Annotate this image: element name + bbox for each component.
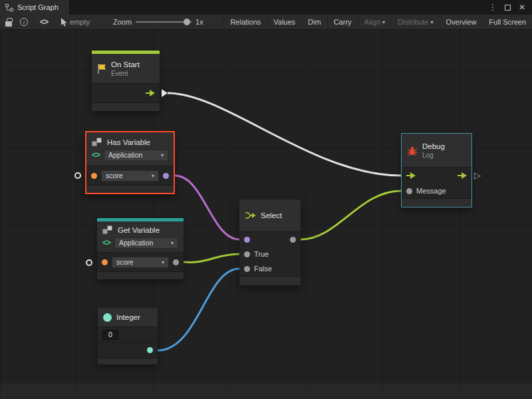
variable-kind-dropdown[interactable]: Application ▾ [114, 237, 178, 249]
node-title: Debug [422, 142, 445, 150]
chevron-down-icon: ▾ [171, 239, 174, 247]
title-bar: Script Graph ⋮ ✕ [0, 0, 532, 15]
chevron-down-icon: ▾ [382, 19, 385, 25]
zoom-slider[interactable] [136, 21, 192, 23]
flag-icon [97, 64, 106, 74]
button-label: Overview [446, 18, 477, 26]
port-label-true: True [254, 250, 269, 258]
chevron-down-icon: ▾ [161, 151, 164, 160]
port-label-false: False [254, 265, 272, 273]
true-input-port[interactable] [244, 251, 250, 257]
window-controls: ⋮ ✕ [489, 0, 532, 15]
toolbar-button-dim[interactable]: Dim [302, 15, 327, 29]
button-label: Values [273, 18, 295, 26]
zoom-control: Zoom 1x [113, 18, 203, 26]
toolbar-button-align[interactable]: Align▾ [358, 15, 391, 29]
selection-output-port[interactable] [290, 237, 296, 243]
tab-script-graph[interactable]: Script Graph [0, 0, 70, 15]
tab-title: Script Graph [17, 3, 59, 11]
cursor-icon [61, 18, 68, 27]
button-label: Distribute [398, 18, 428, 26]
toolbar-buttons: Relations Values Dim Carry Align▾ Distri… [223, 15, 532, 29]
value-output-port[interactable] [173, 259, 179, 265]
node-on-start[interactable]: On Start Event [92, 51, 160, 111]
toolbar-button-values[interactable]: Values [267, 15, 301, 29]
node-subtitle: Event [111, 70, 140, 77]
flow-output-port[interactable] [146, 90, 155, 96]
button-label: Align [364, 18, 380, 26]
zoom-value: 1x [196, 18, 203, 26]
toolbar-button-fullscreen[interactable]: Full Screen [483, 15, 532, 29]
variable-boxes-icon [92, 138, 103, 147]
chevron-down-icon: ▾ [152, 172, 154, 180]
node-subtitle: Log [422, 152, 445, 159]
node-title: Integer [116, 313, 140, 321]
angle-brackets-icon: <> [40, 17, 48, 27]
variable-kind-value: Application [119, 239, 153, 247]
node-title: Select [261, 211, 282, 219]
edit-graph-button[interactable]: <> [34, 15, 54, 29]
integer-value-field[interactable] [102, 330, 118, 340]
node-integer[interactable]: Integer [98, 308, 158, 364]
graph-toolbar: i <> empty Zoom 1x Relations Values Dim … [0, 15, 532, 30]
port-getvariable-name-marker[interactable] [86, 259, 92, 266]
variable-kind-dropdown[interactable]: Application ▾ [104, 150, 168, 161]
button-label: Relations [230, 18, 261, 26]
false-input-port[interactable] [244, 266, 250, 272]
port-onstart-connection-marker[interactable] [162, 89, 168, 97]
variable-name-dropdown[interactable]: score ▾ [101, 170, 159, 182]
button-label: Dim [308, 18, 321, 26]
integer-type-icon [103, 313, 112, 322]
port-hasvariable-name-marker[interactable] [74, 172, 81, 179]
toolbar-button-relations[interactable]: Relations [224, 15, 267, 29]
node-footer [86, 185, 174, 193]
toolbar-button-carry[interactable]: Carry [328, 15, 358, 29]
window-menu-icon[interactable]: ⋮ [489, 3, 497, 11]
variable-name-input-port[interactable] [102, 259, 108, 265]
node-footer [97, 271, 184, 279]
variable-kind-icon: <> [102, 238, 110, 247]
button-label: Carry [334, 18, 352, 26]
toolbar-button-overview[interactable]: Overview [440, 15, 483, 29]
integer-output-port[interactable] [147, 347, 153, 353]
node-title: On Start [111, 61, 140, 68]
zoom-slider-handle[interactable] [184, 19, 190, 25]
flow-input-port[interactable] [406, 172, 416, 179]
variable-name-input-port[interactable] [91, 173, 97, 179]
selection-status: empty [55, 15, 96, 29]
window-maximize-icon[interactable] [505, 5, 511, 11]
bug-icon [407, 146, 418, 156]
variable-name-value: score [106, 172, 123, 180]
node-get-variable[interactable]: Get Variable <> Application ▾ score ▾ [97, 218, 184, 279]
graph-icon [5, 4, 13, 11]
node-select[interactable]: Select True False [239, 200, 301, 285]
variable-name-value: score [116, 258, 134, 267]
select-merge-icon [245, 211, 256, 219]
port-debuglog-continue-marker[interactable]: ▷ [474, 171, 481, 180]
node-title: Get Variable [118, 226, 160, 234]
variable-kind-value: Application [108, 151, 142, 160]
node-title: Has Variable [107, 138, 150, 146]
node-footer [92, 102, 160, 111]
zoom-label: Zoom [113, 18, 132, 26]
flow-output-port[interactable] [458, 172, 467, 179]
variable-name-dropdown[interactable]: score ▾ [112, 257, 169, 268]
lock-icon[interactable] [5, 21, 12, 27]
node-footer [239, 276, 301, 285]
chevron-down-icon: ▾ [162, 258, 164, 267]
variable-boxes-icon [102, 225, 114, 235]
toolbar-left-group: i [0, 15, 33, 29]
canvas-bottom-band [0, 384, 532, 399]
selector-input-port[interactable] [244, 237, 250, 243]
port-label-message: Message [416, 187, 446, 195]
info-icon[interactable]: i [20, 18, 28, 26]
message-input-port[interactable] [406, 188, 412, 194]
toolbar-button-distribute[interactable]: Distribute▾ [392, 15, 439, 29]
result-output-port[interactable] [163, 173, 169, 179]
button-label: Full Screen [489, 18, 526, 26]
node-has-variable[interactable]: Has Variable <> Application ▾ score ▾ [85, 131, 175, 194]
selection-status-label: empty [70, 18, 90, 26]
window-close-icon[interactable]: ✕ [519, 3, 525, 11]
node-footer [98, 358, 158, 364]
node-debug-log[interactable]: Debug Log Message [401, 133, 472, 207]
